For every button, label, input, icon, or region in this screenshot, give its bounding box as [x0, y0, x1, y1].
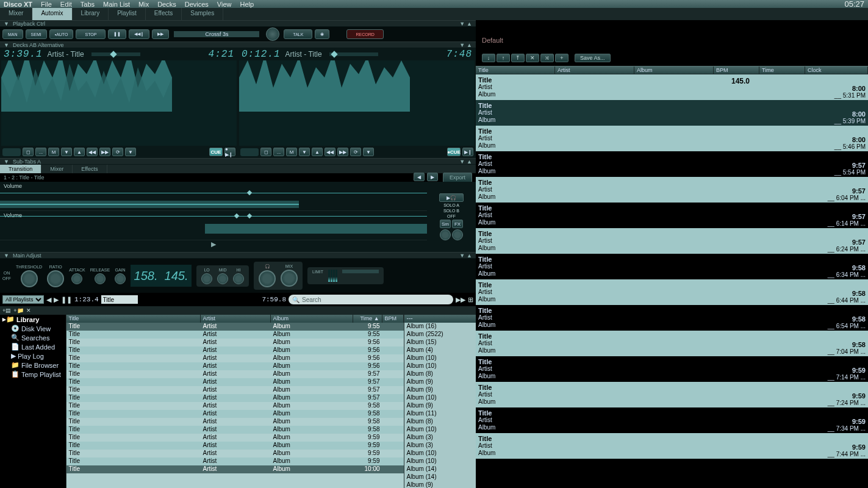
album-item[interactable]: Album (14) — [404, 473, 476, 481]
knob-hi[interactable] — [233, 273, 244, 284]
expand-icon[interactable]: ▲ — [467, 21, 472, 27]
deck-b-repeat-icon[interactable]: ⟳ — [350, 148, 361, 156]
playlist-row[interactable]: TitleArtistAlbum145.08:00__ 5:31 PM — [476, 74, 868, 100]
deck-a-ff-icon[interactable]: ▶▶ — [99, 148, 110, 156]
table-row[interactable]: TitleArtistAlbum9:55 — [66, 323, 404, 331]
album-item[interactable]: Album (9) — [404, 402, 476, 410]
playlist-row[interactable]: TitleArtistAlbum9:59__ 7:14 PM ... — [476, 356, 868, 382]
knob-gain[interactable] — [115, 273, 126, 284]
deck-b-more[interactable]: ... — [273, 148, 284, 156]
album-item[interactable]: Album (4) — [404, 346, 476, 354]
tab-library[interactable]: Library — [73, 8, 109, 20]
deck-a-cue-play-icon[interactable]: ● ▶❙ — [224, 148, 235, 156]
sidebar-searches[interactable]: 🔍Searches — [0, 333, 66, 342]
playlist-row[interactable]: TitleArtistAlbum9:57__ 6:24 PM ... — [476, 228, 868, 254]
deck-b-ff-icon[interactable]: ▶▶ — [337, 148, 348, 156]
btn-sm[interactable]: Sm — [440, 220, 451, 228]
col-title[interactable]: Title — [66, 315, 201, 323]
btn-semi[interactable]: SEMI — [26, 29, 47, 39]
playlist-select[interactable]: All Playlists — [2, 295, 44, 304]
pl-add-icon[interactable]: + — [555, 54, 569, 62]
deck-a-loop-icon[interactable]: ◻ — [23, 148, 34, 156]
playlist-row[interactable]: TitleArtistAlbum9:59__ 7:34 PM ... — [476, 407, 868, 433]
deck-b-up-icon[interactable]: ▲ — [312, 148, 323, 156]
playlist-row[interactable]: TitleArtistAlbum9:57__ 5:54 PM — [476, 151, 868, 177]
lib-ff-icon[interactable]: ▶▶ — [456, 296, 465, 304]
album-item[interactable]: Album (9) — [404, 386, 476, 394]
menu-file[interactable]: File — [41, 1, 52, 8]
table-row[interactable]: TitleArtistAlbum10:00 — [66, 465, 404, 473]
add-folder-icon[interactable]: +📁 — [13, 307, 23, 314]
deck-a-more[interactable]: ... — [35, 148, 46, 156]
playlist-row[interactable]: TitleArtistAlbum8:00__ 5:39 PM — [476, 100, 868, 126]
section-subtabs-header[interactable]: ▼Sub-Tabs A ▼▲ — [0, 158, 476, 165]
album-item[interactable]: Album (14) — [404, 465, 476, 473]
sidebar-filebrowser[interactable]: 📁File Browser — [0, 361, 66, 370]
deck-a-mark-icon[interactable]: ▼ — [125, 148, 136, 156]
lib-toggle-icon[interactable]: ⊞ — [468, 296, 473, 304]
section-playback-header[interactable]: ▼ Playback Ctrl ▼▲ — [0, 20, 476, 27]
menu-devices[interactable]: Devices — [185, 1, 209, 8]
library-table[interactable]: TitleArtistAlbum9:55TitleArtistAlbum9:55… — [66, 323, 404, 488]
col-artist[interactable]: Artist — [201, 315, 271, 323]
table-row[interactable]: TitleArtistAlbum9:58 — [66, 410, 404, 418]
menu-view[interactable]: View — [217, 1, 232, 8]
tab-playlist[interactable]: Playlist — [109, 8, 146, 20]
section-adjust-header[interactable]: ▼Main Adjust ▼▲ — [0, 252, 476, 259]
deck-b-rew-icon[interactable]: ◀◀ — [325, 148, 335, 156]
album-item[interactable]: Album (8) — [404, 418, 476, 426]
deck-a-cue[interactable]: CUE — [209, 148, 223, 156]
sidebar-lastadded[interactable]: 📄Last Added — [0, 342, 66, 351]
album-item[interactable]: Album (10) — [404, 450, 476, 458]
deck-b-pitch[interactable] — [240, 148, 259, 156]
pl-del-icon[interactable]: ✕ — [526, 54, 539, 62]
knob-lo[interactable] — [201, 273, 212, 284]
btn-next[interactable]: ▶▶ — [152, 29, 169, 39]
pl-top-icon[interactable]: ⤒ — [511, 54, 525, 62]
knob-release[interactable] — [95, 273, 106, 284]
deck-b-loop-icon[interactable]: ◻ — [260, 148, 271, 156]
search-input[interactable]: 🔍Search — [289, 295, 453, 304]
table-row[interactable]: TitleArtistAlbum9:56 — [66, 339, 404, 346]
album-item[interactable]: Album (10) — [404, 362, 476, 370]
sidebar-library[interactable]: ▸📁Library — [0, 315, 66, 324]
deck-b-dropdown-icon[interactable]: ▼ — [299, 148, 310, 156]
menu-edit[interactable]: Edit — [60, 1, 72, 8]
trans-prev-icon[interactable]: ◀ — [414, 173, 425, 181]
playlist-list[interactable]: TitleArtistAlbum145.08:00__ 5:31 PMTitle… — [476, 74, 868, 488]
subtab-transition[interactable]: Transition — [0, 165, 41, 173]
btn-stop[interactable]: STOP — [76, 29, 106, 39]
deck-a-pitch[interactable] — [2, 148, 21, 156]
lib-next-icon[interactable]: ▶ — [54, 296, 59, 304]
deck-a-up-icon[interactable]: ▲ — [74, 148, 85, 156]
btn-record[interactable]: RECORD — [346, 29, 383, 39]
table-row[interactable]: TitleArtistAlbum9:56 — [66, 346, 404, 354]
col-bpm[interactable]: BPM — [382, 315, 404, 323]
album-item[interactable]: Album (9) — [404, 378, 476, 386]
deck-b-mark-icon[interactable]: ▼ — [363, 148, 374, 156]
table-row[interactable]: TitleArtistAlbum9:55 — [66, 331, 404, 339]
playlist-row[interactable]: TitleArtistAlbum9:58__ 6:44 PM ... — [476, 279, 868, 305]
playlist-row[interactable]: TitleArtistAlbum9:59__ 7:24 PM ... — [476, 382, 868, 407]
playlist-row[interactable]: TitleArtistAlbum9:57__ 6:04 PM ... — [476, 177, 868, 203]
btn-pause[interactable]: ❚❚ — [108, 29, 126, 39]
table-row[interactable]: TitleArtistAlbum9:58 — [66, 426, 404, 434]
pl-up-icon[interactable]: ↑ — [497, 54, 510, 62]
album-item[interactable]: Album (3) — [404, 442, 476, 450]
sidebar-playlog[interactable]: ▶Play Log — [0, 351, 66, 361]
tab-mixer[interactable]: Mixer — [0, 8, 32, 20]
tab-samples[interactable]: Samples — [182, 8, 223, 20]
playlist-row[interactable]: TitleArtistAlbum9:58__ 6:54 PM ... — [476, 305, 868, 331]
table-row[interactable]: TitleArtistAlbum9:57 — [66, 394, 404, 402]
albums-list[interactable]: --- Album (16)Album (2522)Album (15)Albu… — [404, 315, 476, 488]
remove-icon[interactable]: ✕ — [26, 307, 31, 314]
btn-man[interactable]: MAN — [2, 29, 23, 39]
add-icon[interactable]: +▤ — [2, 307, 11, 314]
btn-talk[interactable]: TALK — [284, 29, 312, 39]
lib-prev-icon[interactable]: ◀ — [46, 296, 51, 304]
trans-knob-1[interactable] — [440, 229, 451, 240]
album-item[interactable]: Album (8) — [404, 370, 476, 378]
album-item[interactable]: Album (10) — [404, 458, 476, 465]
pl-down-icon[interactable]: ↓ — [482, 54, 495, 62]
btn-mic[interactable]: ◉ — [315, 29, 329, 39]
